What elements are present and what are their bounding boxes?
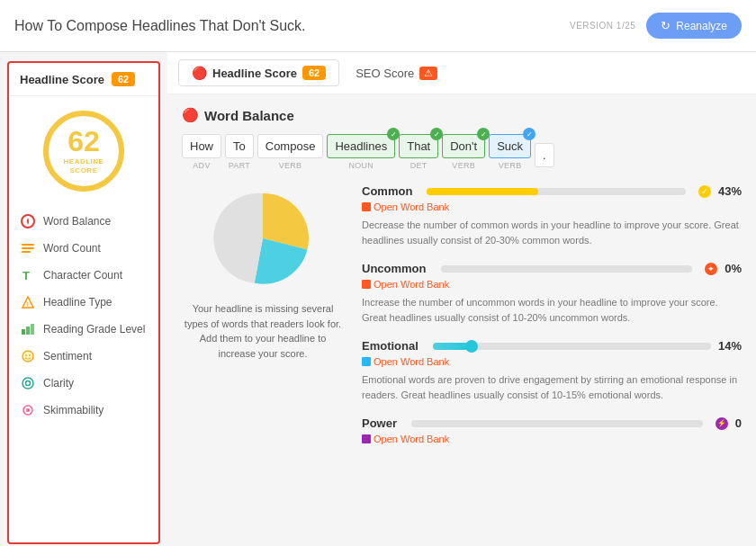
- word-chip-that: ✓ That DET: [399, 134, 438, 170]
- slider-dot-emotional: [465, 340, 478, 353]
- metric-emotional-name: Emotional: [362, 339, 418, 353]
- svg-rect-2: [22, 247, 34, 249]
- svg-point-10: [22, 351, 33, 362]
- svg-rect-7: [22, 329, 25, 335]
- pie-note: Your headline is missing several types o…: [182, 301, 344, 361]
- pie-column: Your headline is missing several types o…: [182, 184, 344, 459]
- metric-common-name: Common: [362, 184, 412, 198]
- tab-seo-warning: ⚠: [419, 67, 437, 80]
- svg-rect-1: [22, 244, 34, 246]
- metric-uncommon-link[interactable]: Open Word Bank: [362, 279, 742, 290]
- check-icon: ✓: [701, 187, 708, 196]
- sidebar-item-label: Reading Grade Level: [43, 323, 145, 336]
- tabs-bar: 🔴 Headline Score 62 SEO Score ⚠: [167, 52, 756, 94]
- main-layout: Headline Score 62 62 HEADLINESCORE Word …: [0, 52, 756, 546]
- word-chip-type: VERB: [452, 161, 475, 170]
- sidebar-item-label: Sentiment: [43, 350, 92, 363]
- svg-point-13: [22, 378, 33, 389]
- sidebar-item-word-count[interactable]: Word Count: [9, 235, 158, 262]
- metric-uncommon-desc: Increase the number of uncommon words in…: [362, 295, 742, 325]
- content-body: 🔴 Word Balance How ADV To PART Compose V…: [167, 94, 756, 471]
- metric-emotional: Emotional 14% Open Word Bank: [362, 339, 742, 402]
- word-chip-to: To PART: [225, 134, 254, 170]
- reanalyze-button[interactable]: ↻ Reanalyze: [646, 13, 742, 39]
- link-icon: [362, 357, 371, 366]
- pie-chart: [209, 184, 317, 292]
- reanalyze-label: Reanalyze: [676, 20, 727, 32]
- progress-bar-container: [433, 343, 711, 350]
- progress-bar-container: [427, 188, 686, 195]
- score-number: 62: [68, 127, 100, 156]
- sidebar-item-sentiment[interactable]: Sentiment: [9, 343, 158, 370]
- content-area: 🔴 Headline Score 62 SEO Score ⚠ 🔴 Word B…: [167, 52, 756, 546]
- two-col: Your headline is missing several types o…: [182, 184, 742, 459]
- warning-dot-uncommon: ✦: [705, 263, 717, 275]
- sidebar-item-skimmability[interactable]: Skimmability: [9, 397, 158, 424]
- word-chip-how: How ADV: [182, 134, 221, 170]
- check-icon: ✓: [477, 128, 490, 140]
- link-icon: [362, 434, 371, 443]
- page-title: How To Compose Headlines That Don't Suck…: [14, 18, 306, 34]
- word-chip-type: PART: [229, 161, 250, 170]
- word-chip-type: NOUN: [348, 161, 374, 170]
- metrics-column: Common ✓ 43%: [362, 184, 742, 459]
- sentiment-icon: [20, 348, 36, 364]
- metric-power-name: Power: [362, 416, 397, 430]
- tab-seo-score[interactable]: SEO Score ⚠: [343, 61, 450, 85]
- word-chip-text: Compose: [257, 134, 324, 158]
- word-chip-type: DET: [410, 161, 428, 170]
- svg-point-12: [29, 354, 31, 356]
- word-chips: How ADV To PART Compose VERB ✓ Headlines: [182, 134, 742, 170]
- bolt-icon: ⚡: [717, 419, 726, 427]
- progress-row-uncommon: ✦: [441, 263, 718, 275]
- word-chip-dont: ✓ Don't VERB: [442, 134, 485, 170]
- sidebar-menu: Word Balance Word Count T Character Coun…: [9, 201, 158, 431]
- svg-rect-8: [26, 327, 30, 335]
- metric-power-link[interactable]: Open Word Bank: [362, 434, 742, 444]
- sidebar-item-label: Word Count: [43, 242, 101, 255]
- progress-row-power: ⚡: [411, 417, 728, 430]
- progress-bar-common: [427, 188, 538, 195]
- word-balance-icon: 🔴: [182, 107, 199, 123]
- svg-point-11: [25, 354, 27, 356]
- metric-emotional-header: Emotional 14%: [362, 339, 742, 353]
- metric-common-link[interactable]: Open Word Bank: [362, 201, 742, 212]
- svg-point-14: [26, 381, 31, 386]
- score-label: HEADLINESCORE: [64, 157, 104, 175]
- tab-headline-icon: 🔴: [192, 66, 207, 80]
- word-chip-type: VERB: [279, 161, 302, 170]
- power-dot: ⚡: [716, 417, 728, 430]
- sidebar-item-headline-type[interactable]: ! Headline Type: [9, 289, 158, 316]
- sidebar-item-label: Word Balance: [43, 215, 111, 228]
- metric-common: Common ✓ 43%: [362, 184, 742, 247]
- check-icon: ✓: [387, 128, 400, 140]
- score-circle-container: 62 HEADLINESCORE: [9, 96, 158, 201]
- word-count-icon: [20, 240, 36, 256]
- section-title: 🔴 Word Balance: [182, 107, 742, 123]
- sidebar-item-word-balance[interactable]: Word Balance: [9, 208, 158, 235]
- sidebar-item-reading-grade[interactable]: Reading Grade Level: [9, 316, 158, 343]
- metric-uncommon: Uncommon ✦ 0%: [362, 262, 742, 325]
- headline-type-icon: !: [20, 294, 36, 310]
- metric-power-percent: 0: [735, 416, 742, 430]
- word-chip-type: ADV: [193, 161, 210, 170]
- word-chip-type: VERB: [499, 161, 522, 170]
- metric-power-link-label: Open Word Bank: [374, 434, 449, 444]
- progress-bar-container: [411, 420, 703, 427]
- progress-bar-container: [441, 265, 693, 273]
- tab-headline-label: Headline Score: [212, 67, 297, 80]
- tab-headline-score[interactable]: 🔴 Headline Score 62: [178, 59, 339, 86]
- sidebar-item-clarity[interactable]: Clarity: [9, 370, 158, 397]
- metric-emotional-link[interactable]: Open Word Bank: [362, 356, 742, 367]
- sidebar-item-label: Character Count: [43, 269, 122, 282]
- word-chip-text: ✓ Headlines: [327, 134, 395, 158]
- score-badge: 62: [112, 72, 135, 86]
- character-count-icon: T: [20, 267, 36, 283]
- link-icon: [362, 280, 371, 289]
- tab-seo-label: SEO Score: [356, 67, 414, 80]
- svg-point-16: [26, 408, 30, 412]
- metric-emotional-desc: Emotional words are proven to drive enga…: [362, 372, 742, 402]
- header: How To Compose Headlines That Don't Suck…: [0, 0, 756, 52]
- score-circle: 62 HEADLINESCORE: [43, 111, 124, 192]
- sidebar-item-character-count[interactable]: T Character Count: [9, 262, 158, 289]
